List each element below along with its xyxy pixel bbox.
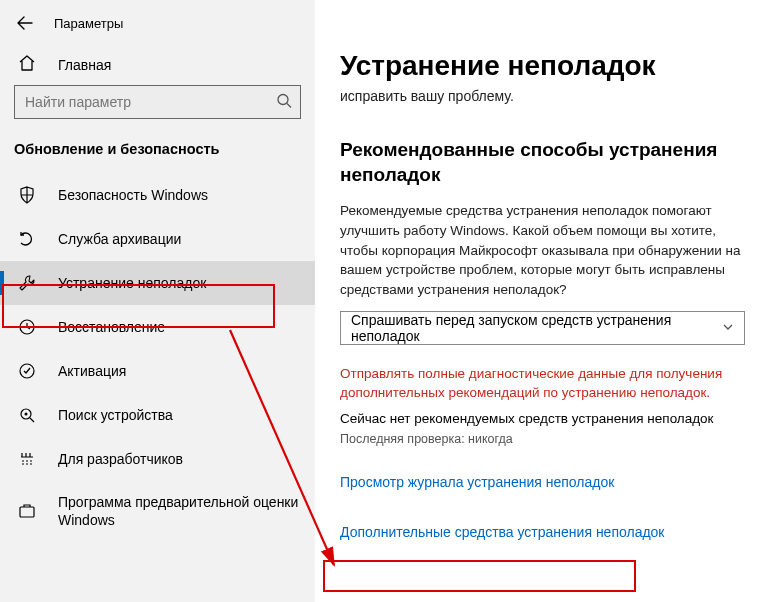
sidebar-item-label: Восстановление [58, 319, 165, 335]
window-title: Параметры [54, 16, 123, 31]
search-field[interactable] [25, 94, 266, 110]
sidebar-item-find-device[interactable]: Поиск устройства [0, 393, 315, 437]
sidebar-item-recovery[interactable]: Восстановление [0, 305, 315, 349]
sidebar-item-label: Безопасность Windows [58, 187, 208, 203]
back-button[interactable] [14, 12, 36, 34]
svg-rect-5 [20, 507, 34, 517]
find-device-icon [18, 406, 36, 424]
nav-list: Безопасность Windows Служба архивации Ус… [0, 173, 315, 541]
sidebar-item-home[interactable]: Главная [0, 46, 315, 85]
sidebar-item-label: Служба архивации [58, 231, 181, 247]
diagnostic-warning: Отправлять полные диагностические данные… [340, 365, 740, 403]
sidebar-item-label: Программа предварительной оценки Windows [58, 493, 301, 529]
sidebar-item-label: Устранение неполадок [58, 275, 206, 291]
view-history-link[interactable]: Просмотр журнала устранения неполадок [340, 474, 614, 490]
activation-icon [18, 362, 36, 380]
search-icon [276, 93, 292, 112]
page-subtitle: исправить вашу проблему. [340, 88, 756, 104]
section-header: Обновление и безопасность [0, 129, 315, 167]
main-content: Устранение неполадок исправить вашу проб… [316, 0, 768, 602]
sidebar: Параметры Главная Обновление и безопасно… [0, 0, 316, 602]
recovery-icon [18, 318, 36, 336]
section-heading: Рекомендованные способы устранения непол… [340, 138, 740, 187]
sidebar-item-label: Для разработчиков [58, 451, 183, 467]
sidebar-item-insider[interactable]: Программа предварительной оценки Windows [0, 481, 315, 541]
svg-point-0 [278, 95, 288, 105]
sidebar-item-developers[interactable]: Для разработчиков [0, 437, 315, 481]
sidebar-item-activation[interactable]: Активация [0, 349, 315, 393]
arrow-left-icon [16, 14, 34, 32]
wrench-icon [18, 274, 36, 292]
chevron-down-icon [722, 320, 734, 336]
sidebar-item-security[interactable]: Безопасность Windows [0, 173, 315, 217]
home-icon [18, 54, 36, 75]
section-description: Рекомендуемые средства устранения непола… [340, 201, 750, 299]
sidebar-item-label: Главная [58, 57, 111, 73]
diagnostic-level-dropdown[interactable]: Спрашивать перед запуском средств устран… [340, 311, 745, 345]
search-input[interactable] [14, 85, 301, 119]
dropdown-value: Спрашивать перед запуском средств устран… [351, 312, 710, 344]
last-check-text: Последняя проверка: никогда [340, 432, 756, 446]
backup-icon [18, 230, 36, 248]
developers-icon [18, 450, 36, 468]
sidebar-item-label: Активация [58, 363, 126, 379]
sidebar-item-troubleshoot[interactable]: Устранение неполадок [0, 261, 315, 305]
insider-icon [18, 502, 36, 520]
sidebar-item-label: Поиск устройства [58, 407, 173, 423]
no-recommendations-text: Сейчас нет рекомендуемых средств устране… [340, 411, 756, 426]
shield-icon [18, 186, 36, 204]
svg-point-4 [25, 413, 28, 416]
additional-troubleshooters-link[interactable]: Дополнительные средства устранения непол… [340, 524, 665, 540]
sidebar-item-backup[interactable]: Служба архивации [0, 217, 315, 261]
page-title: Устранение неполадок [340, 50, 756, 82]
